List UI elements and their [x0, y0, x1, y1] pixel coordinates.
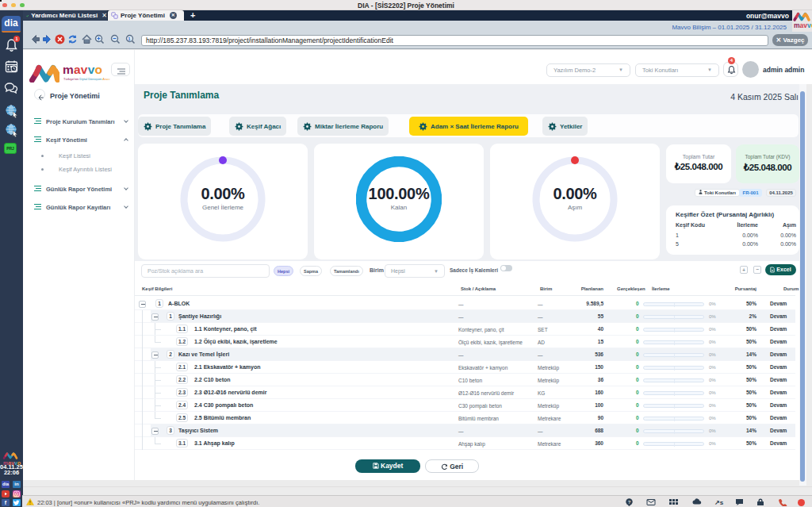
- svg-text:?: ?: [628, 500, 631, 505]
- svg-text:mavvo: mavvo: [794, 21, 812, 29]
- svg-text:↗s: ↗s: [714, 499, 724, 506]
